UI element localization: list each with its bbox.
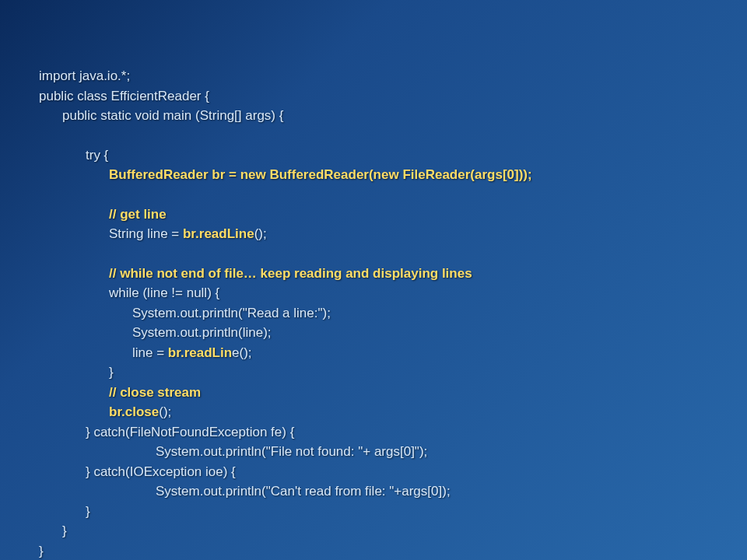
code-block: import java.io.*; public class Efficient… [39,66,747,560]
code-line: br.close(); [39,402,747,422]
code-line: try { [39,145,747,166]
code-line: } catch(FileNotFoundException fe) { [39,422,747,443]
code-line: System.out.println("File not found: "+ a… [39,442,747,462]
code-text: String line = [109,226,183,241]
code-line: public static void main (String[] args) … [39,106,747,126]
code-comment: // get line [39,205,747,225]
code-line: } [39,541,747,561]
code-line: System.out.println(line); [39,323,747,343]
code-comment: // while not end of file… keep reading a… [39,264,747,284]
code-line: System.out.println("Can't read from file… [39,481,747,502]
highlighted-code: br.close [109,404,159,419]
code-line: } [39,502,747,522]
code-line: String line = br.readLine(); [39,224,747,244]
highlighted-code: br.readLine [183,226,254,241]
blank-line [39,126,747,145]
highlighted-code: br.readLin [168,345,232,360]
code-line: import java.io.*; [39,66,747,86]
code-comment: // close stream [39,383,747,403]
code-line: BufferedReader br = new BufferedReader(n… [39,165,747,185]
blank-line [39,185,747,205]
code-text: e(); [232,345,252,360]
code-line: System.out.println("Read a line:"); [39,303,747,324]
code-line: public class EfficientReader { [39,86,747,107]
code-text: line = [132,345,168,360]
code-text: (); [254,226,267,241]
code-line: } [39,521,747,541]
highlighted-code: BufferedReader br = new BufferedReader(n… [109,167,532,182]
code-line: while (line != null) { [39,283,747,303]
blank-line [39,244,747,264]
code-line: } catch(IOException ioe) { [39,462,747,482]
code-text: (); [159,404,171,419]
code-line: } [39,362,747,383]
code-line: line = br.readLine(); [39,343,747,363]
